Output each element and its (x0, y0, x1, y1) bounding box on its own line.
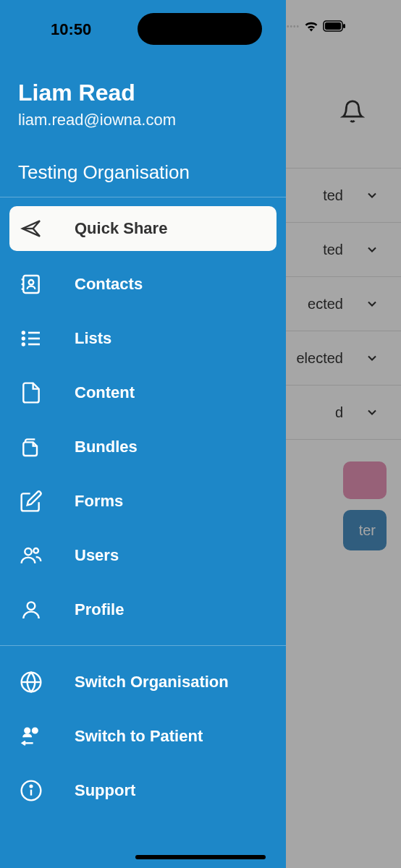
cellular-dots-icon: •••• (287, 22, 300, 30)
nav-label: Contacts (75, 275, 143, 294)
lists-icon (18, 326, 44, 352)
home-indicator[interactable] (135, 855, 266, 859)
profile-icon (18, 597, 44, 623)
status-bar: 10:50 (0, 0, 286, 43)
svg-point-14 (22, 343, 25, 345)
nav-label: Switch to Patient (75, 727, 203, 746)
globe-icon (18, 669, 44, 695)
users-icon (18, 542, 44, 569)
status-icons: •••• (287, 20, 346, 32)
nav-secondary-list: Switch Organisation Switch to Patient (0, 646, 286, 826)
nav-label: Users (75, 546, 119, 565)
nav-label: Lists (75, 329, 111, 348)
svg-point-16 (33, 548, 38, 553)
status-time: 10:50 (51, 20, 91, 39)
edit-icon (18, 488, 44, 514)
nav-item-switch-patient[interactable]: Switch to Patient (9, 709, 277, 763)
nav-item-profile[interactable]: Profile (9, 582, 277, 637)
contacts-icon (18, 271, 44, 297)
organisation-name: Testing Organisation (18, 161, 268, 184)
send-icon (18, 216, 44, 242)
nav-item-support[interactable]: Support (9, 763, 277, 817)
nav-label: Content (75, 383, 135, 402)
info-icon (18, 778, 44, 804)
svg-point-21 (33, 728, 38, 733)
device-notch (138, 13, 262, 45)
nav-label: Profile (75, 600, 124, 619)
nav-item-bundles[interactable]: Bundles (9, 420, 277, 474)
wifi-icon (304, 20, 318, 32)
svg-point-13 (22, 337, 25, 339)
svg-rect-2 (343, 24, 345, 28)
nav-item-contacts[interactable]: Contacts (9, 257, 277, 311)
svg-rect-1 (325, 22, 341, 30)
nav-label: Forms (75, 492, 123, 511)
user-name: Liam Read (18, 80, 268, 106)
nav-item-lists[interactable]: Lists (9, 311, 277, 365)
nav-label: Support (75, 781, 135, 800)
svg-point-20 (25, 728, 30, 733)
nav-item-content[interactable]: Content (9, 365, 277, 420)
svg-point-17 (28, 602, 35, 610)
switch-user-icon (18, 723, 44, 749)
nav-primary-list: Quick Share Contacts (0, 197, 286, 645)
nav-label: Quick Share (75, 219, 167, 238)
battery-icon (323, 20, 346, 32)
nav-item-switch-org[interactable]: Switch Organisation (9, 655, 277, 709)
svg-point-15 (25, 548, 31, 555)
nav-item-users[interactable]: Users (9, 528, 277, 582)
nav-item-quick-share[interactable]: Quick Share (9, 206, 277, 251)
nav-label: Switch Organisation (75, 673, 229, 692)
svg-point-25 (30, 785, 33, 787)
svg-point-12 (22, 331, 25, 333)
navigation-drawer: 10:50 Liam Read liam.read@iowna.com Test… (0, 0, 286, 868)
user-email: liam.read@iowna.com (18, 111, 268, 129)
file-icon (18, 380, 44, 406)
svg-point-5 (29, 280, 34, 285)
nav-label: Bundles (75, 438, 138, 456)
drawer-header: Liam Read liam.read@iowna.com (0, 43, 286, 144)
files-icon (18, 434, 44, 460)
nav-item-forms[interactable]: Forms (9, 474, 277, 528)
